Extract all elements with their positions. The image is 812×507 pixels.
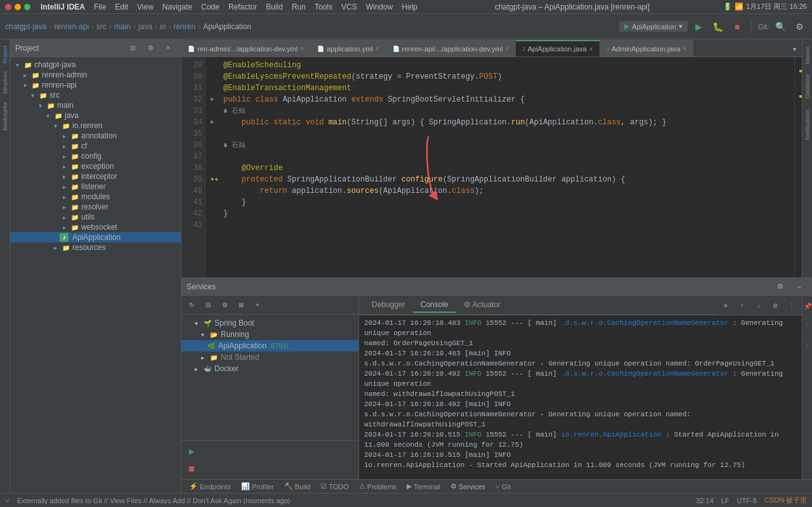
run-icon-32[interactable]: ▶: [211, 94, 214, 105]
debug-button[interactable]: 🐛: [710, 19, 726, 34]
close-tab-2[interactable]: ×: [376, 45, 379, 52]
console-tab[interactable]: Console: [413, 298, 456, 313]
service-item-running[interactable]: ▾ 📂 Running: [181, 329, 358, 340]
clear-console-button[interactable]: ⊘: [768, 298, 783, 313]
tab-adminapplication-java[interactable]: J AdminApplication.java ×: [600, 40, 694, 56]
breadcrumb-renren-api[interactable]: renren-api: [54, 22, 89, 31]
hide-panel-button[interactable]: ×: [160, 41, 176, 56]
menu-code[interactable]: Code: [197, 3, 223, 11]
breadcrumb-io[interactable]: io: [160, 22, 166, 31]
collapse-all-button[interactable]: ⊟: [125, 41, 140, 56]
tree-item-modules[interactable]: ▸ 📁 modules: [10, 192, 181, 202]
tree-item-resolver[interactable]: ▸ 📁 resolver: [10, 202, 181, 212]
stop-service-button[interactable]: [184, 461, 199, 477]
tree-item-main[interactable]: ▾ 📁 main: [10, 100, 181, 110]
line-separator[interactable]: LF: [721, 497, 730, 504]
notifications-tool-button[interactable]: Notifications: [803, 107, 812, 143]
git-tab[interactable]: ⑂ Git: [490, 480, 516, 494]
tree-item-utils[interactable]: ▸ 📁 utils: [10, 212, 181, 222]
tree-item-resources[interactable]: ▸ 📁 resources: [10, 242, 181, 253]
close-tab-3[interactable]: ×: [505, 45, 509, 52]
close-button[interactable]: [5, 4, 11, 10]
menu-run[interactable]: Run: [288, 3, 310, 11]
stop-button[interactable]: ■: [730, 19, 745, 34]
run-button[interactable]: ▶: [691, 19, 707, 34]
console-scroll-down-side[interactable]: ↓: [800, 336, 813, 352]
database-tool-button[interactable]: Database: [803, 72, 812, 102]
tab-apiapplication-java[interactable]: J ApiApplication.java ×: [516, 40, 599, 56]
menu-build[interactable]: Build: [262, 3, 287, 11]
run-config-selector[interactable]: ▶ ApiApplication ▾: [619, 21, 688, 32]
actuator-tab[interactable]: ⚙ Actuator: [456, 298, 508, 313]
tree-item-renren-admin[interactable]: ▸ 📁 renren-admin: [10, 70, 181, 80]
structure-tool-button[interactable]: Structure: [1, 67, 10, 98]
menu-file[interactable]: File: [90, 3, 110, 11]
cursor-position[interactable]: 32:14: [696, 497, 714, 504]
status-message[interactable]: Externally added files to Git // View Fi…: [17, 497, 291, 504]
build-tab[interactable]: 🔨 Build: [279, 480, 315, 494]
console-settings-button[interactable]: ≡: [718, 298, 733, 313]
app-name-menu[interactable]: IntelliJ IDEA: [37, 3, 89, 11]
more-tabs-button[interactable]: ▾: [787, 41, 802, 56]
tree-item-renren-api[interactable]: ▾ 📁 renren-api: [10, 80, 181, 90]
bookmarks-tool-button[interactable]: Bookmarks: [1, 98, 10, 135]
menu-vcs[interactable]: VCS: [337, 3, 361, 11]
tree-item-java[interactable]: ▾ 📁 java: [10, 110, 181, 121]
refresh-services-button[interactable]: ↻: [184, 298, 199, 313]
tree-item-config[interactable]: ▸ 📁 config: [10, 151, 181, 161]
menu-help[interactable]: Help: [398, 3, 421, 11]
terminal-tab[interactable]: ▶ Terminal: [402, 480, 445, 494]
more-console-button[interactable]: ⋮: [784, 298, 799, 313]
service-item-spring-boot[interactable]: ▾ 🌱 Spring Boot: [181, 317, 358, 329]
console-output[interactable]: 2024-01-17 16:26:10.483 INFO 15552 --- […: [359, 315, 802, 479]
warning-indicator-2[interactable]: [799, 95, 802, 98]
settings-project-button[interactable]: ⚙: [143, 41, 158, 56]
menu-view[interactable]: View: [133, 3, 157, 11]
problems-tab[interactable]: ⚠ Problems: [354, 480, 402, 494]
maximize-button[interactable]: [24, 4, 30, 10]
tree-item-listener[interactable]: ▸ 📁 listener: [10, 181, 181, 192]
close-tab-1[interactable]: ×: [300, 45, 304, 52]
encoding[interactable]: UTF-8: [737, 497, 757, 504]
tree-item-iorenren[interactable]: ▾ 📁 io.renren: [10, 121, 181, 131]
scroll-up-button[interactable]: ↑: [735, 298, 750, 313]
project-tool-button[interactable]: Project: [1, 42, 10, 67]
breadcrumb-class[interactable]: ApiApplication: [203, 22, 251, 31]
services-tab[interactable]: ⚙ Services: [445, 480, 490, 494]
service-item-not-started[interactable]: ▸ 📁 Not Started: [181, 352, 358, 363]
tab-application-dev-yml-1[interactable]: 📄 ren-admin/.../application-dev.yml ×: [181, 40, 311, 56]
profiler-tab[interactable]: 📊 Profiler: [236, 480, 279, 494]
run-service-button[interactable]: ▶: [184, 444, 199, 459]
tree-item-apiapplication[interactable]: J ApiApplication: [10, 232, 181, 242]
debugger-tab[interactable]: Debugger: [364, 298, 413, 313]
tree-item-src[interactable]: ▾ 📁 src: [10, 90, 181, 100]
menu-edit[interactable]: Edit: [111, 3, 132, 11]
filter-services-button[interactable]: ⊞: [233, 298, 249, 313]
menu-navigate[interactable]: Navigate: [159, 3, 196, 11]
tree-item-exception[interactable]: ▸ 📁 exception: [10, 161, 181, 171]
tree-item-cf[interactable]: ▸ 📁 cf: [10, 141, 181, 151]
tree-item-interceptor[interactable]: ▸ 📁 interceptor: [10, 171, 181, 181]
csdn-link[interactable]: CSDN·被子里: [764, 496, 807, 505]
warning-indicator-1[interactable]: [799, 70, 802, 72]
todo-tab[interactable]: ☑ TODO: [315, 480, 354, 494]
menu-window[interactable]: Window: [362, 3, 397, 11]
tab-application-dev-yml-2[interactable]: 📄 renren-api/.../application-dev.yml ×: [386, 40, 516, 56]
collapse-services-button[interactable]: ⊟: [200, 298, 216, 313]
tree-item-annotation[interactable]: ▸ 📁 annotation: [10, 131, 181, 141]
code-content[interactable]: @EnableScheduling @EnableLyscmsPreventRe…: [206, 57, 794, 277]
close-tab-5[interactable]: ×: [683, 45, 686, 52]
services-settings-button[interactable]: ⚙: [773, 279, 788, 294]
tree-item-root[interactable]: ▾ 📁 chatgpt-java: [10, 60, 181, 70]
breadcrumb-main[interactable]: main: [114, 22, 131, 31]
run-icon-34[interactable]: ▶: [211, 117, 214, 128]
maven-tool-button[interactable]: Maven: [803, 44, 812, 67]
menu-tools[interactable]: Tools: [311, 3, 336, 11]
breadcrumb-src[interactable]: src: [96, 22, 107, 31]
service-item-docker[interactable]: ▸ 🐳 Docker: [181, 363, 358, 374]
minimize-button[interactable]: [15, 4, 21, 10]
scroll-down-button[interactable]: ↓: [751, 298, 766, 313]
settings-button[interactable]: ⚙: [792, 19, 807, 34]
service-item-api-app[interactable]: 🌿 ApiApplication :6781/: [181, 340, 358, 352]
search-everywhere-button[interactable]: 🔍: [773, 19, 788, 34]
